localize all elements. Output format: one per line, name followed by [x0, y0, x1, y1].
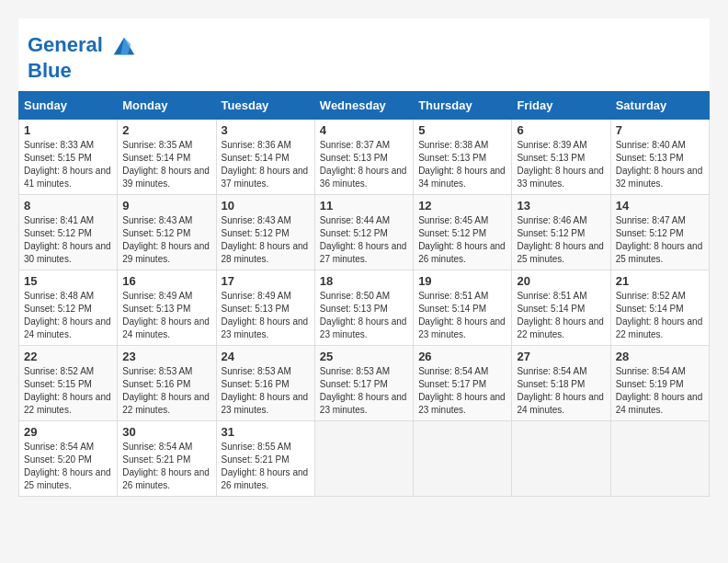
- calendar-container: General Blue SundayMondayTuesdayWednesda…: [18, 18, 710, 497]
- day-number: 2: [122, 123, 210, 137]
- day-info: Sunrise: 8:46 AMSunset: 5:12 PMDaylight:…: [517, 214, 605, 266]
- day-info: Sunrise: 8:39 AMSunset: 5:13 PMDaylight:…: [517, 139, 605, 190]
- day-number: 19: [418, 274, 506, 288]
- week-row-5: 29Sunrise: 8:54 AMSunset: 5:20 PMDayligh…: [19, 421, 710, 497]
- day-info: Sunrise: 8:54 AMSunset: 5:20 PMDaylight:…: [24, 441, 112, 492]
- day-cell: 13Sunrise: 8:46 AMSunset: 5:12 PMDayligh…: [512, 195, 610, 270]
- logo-text: General: [28, 32, 138, 60]
- day-info: Sunrise: 8:54 AMSunset: 5:18 PMDaylight:…: [517, 365, 605, 417]
- day-cell: 20Sunrise: 8:51 AMSunset: 5:14 PMDayligh…: [512, 270, 610, 346]
- day-info: Sunrise: 8:53 AMSunset: 5:17 PMDaylight:…: [320, 365, 408, 417]
- day-cell: 31Sunrise: 8:55 AMSunset: 5:21 PMDayligh…: [216, 421, 314, 497]
- day-info: Sunrise: 8:51 AMSunset: 5:14 PMDaylight:…: [418, 290, 506, 341]
- day-cell: 14Sunrise: 8:47 AMSunset: 5:12 PMDayligh…: [610, 195, 709, 270]
- day-number: 5: [418, 123, 506, 137]
- day-number: 28: [616, 350, 704, 363]
- weekday-sunday: Sunday: [19, 92, 118, 120]
- day-number: 30: [122, 425, 210, 439]
- day-cell: 27Sunrise: 8:54 AMSunset: 5:18 PMDayligh…: [512, 346, 610, 421]
- day-number: 21: [616, 274, 704, 288]
- day-number: 3: [222, 123, 310, 137]
- day-cell: [512, 421, 610, 497]
- day-number: 23: [122, 350, 210, 363]
- day-number: 22: [24, 350, 112, 363]
- day-info: Sunrise: 8:38 AMSunset: 5:13 PMDaylight:…: [418, 139, 506, 190]
- day-number: 26: [418, 350, 506, 363]
- day-info: Sunrise: 8:43 AMSunset: 5:12 PMDaylight:…: [222, 214, 310, 266]
- day-info: Sunrise: 8:53 AMSunset: 5:16 PMDaylight:…: [122, 365, 210, 417]
- day-info: Sunrise: 8:45 AMSunset: 5:12 PMDaylight:…: [418, 214, 506, 266]
- day-number: 13: [517, 199, 605, 213]
- day-cell: 28Sunrise: 8:54 AMSunset: 5:19 PMDayligh…: [610, 346, 709, 421]
- day-number: 24: [222, 350, 310, 363]
- day-number: 20: [517, 274, 605, 288]
- day-cell: 18Sunrise: 8:50 AMSunset: 5:13 PMDayligh…: [314, 270, 413, 346]
- week-row-3: 15Sunrise: 8:48 AMSunset: 5:12 PMDayligh…: [19, 270, 710, 346]
- day-cell: 2Sunrise: 8:35 AMSunset: 5:14 PMDaylight…: [118, 120, 216, 195]
- day-cell: 23Sunrise: 8:53 AMSunset: 5:16 PMDayligh…: [118, 346, 216, 421]
- day-number: 7: [616, 123, 704, 137]
- header: General Blue: [18, 18, 710, 91]
- day-cell: 25Sunrise: 8:53 AMSunset: 5:17 PMDayligh…: [314, 346, 413, 421]
- week-row-4: 22Sunrise: 8:52 AMSunset: 5:15 PMDayligh…: [19, 346, 710, 421]
- day-number: 27: [517, 350, 605, 363]
- day-cell: 12Sunrise: 8:45 AMSunset: 5:12 PMDayligh…: [414, 195, 512, 270]
- logo: General Blue: [28, 32, 138, 82]
- day-cell: 24Sunrise: 8:53 AMSunset: 5:16 PMDayligh…: [216, 346, 314, 421]
- day-info: Sunrise: 8:44 AMSunset: 5:12 PMDaylight:…: [320, 214, 408, 266]
- day-info: Sunrise: 8:49 AMSunset: 5:13 PMDaylight:…: [122, 290, 210, 341]
- day-cell: 21Sunrise: 8:52 AMSunset: 5:14 PMDayligh…: [610, 270, 709, 346]
- day-info: Sunrise: 8:47 AMSunset: 5:12 PMDaylight:…: [616, 214, 704, 266]
- day-cell: 3Sunrise: 8:36 AMSunset: 5:14 PMDaylight…: [216, 120, 314, 195]
- day-number: 12: [418, 199, 506, 213]
- weekday-thursday: Thursday: [414, 92, 512, 120]
- day-number: 17: [222, 274, 310, 288]
- day-info: Sunrise: 8:54 AMSunset: 5:21 PMDaylight:…: [122, 441, 210, 492]
- day-number: 29: [24, 425, 112, 439]
- day-cell: [414, 421, 512, 497]
- day-number: 10: [222, 199, 310, 213]
- day-info: Sunrise: 8:35 AMSunset: 5:14 PMDaylight:…: [122, 139, 210, 190]
- day-cell: [314, 421, 413, 497]
- day-number: 6: [517, 123, 605, 137]
- day-info: Sunrise: 8:43 AMSunset: 5:12 PMDaylight:…: [122, 214, 210, 266]
- weekday-wednesday: Wednesday: [314, 92, 413, 120]
- day-number: 14: [616, 199, 704, 213]
- day-info: Sunrise: 8:52 AMSunset: 5:15 PMDaylight:…: [24, 365, 112, 417]
- day-info: Sunrise: 8:37 AMSunset: 5:13 PMDaylight:…: [320, 139, 408, 190]
- day-cell: 6Sunrise: 8:39 AMSunset: 5:13 PMDaylight…: [512, 120, 610, 195]
- day-number: 1: [24, 123, 112, 137]
- day-number: 31: [222, 425, 310, 439]
- day-info: Sunrise: 8:55 AMSunset: 5:21 PMDaylight:…: [222, 441, 310, 492]
- day-cell: 5Sunrise: 8:38 AMSunset: 5:13 PMDaylight…: [414, 120, 512, 195]
- calendar-table: SundayMondayTuesdayWednesdayThursdayFrid…: [18, 91, 710, 497]
- day-info: Sunrise: 8:53 AMSunset: 5:16 PMDaylight:…: [222, 365, 310, 417]
- day-number: 25: [320, 350, 408, 363]
- day-cell: 10Sunrise: 8:43 AMSunset: 5:12 PMDayligh…: [216, 195, 314, 270]
- day-info: Sunrise: 8:36 AMSunset: 5:14 PMDaylight:…: [222, 139, 310, 190]
- day-cell: 1Sunrise: 8:33 AMSunset: 5:15 PMDaylight…: [19, 120, 118, 195]
- day-cell: 17Sunrise: 8:49 AMSunset: 5:13 PMDayligh…: [216, 270, 314, 346]
- day-cell: 4Sunrise: 8:37 AMSunset: 5:13 PMDaylight…: [314, 120, 413, 195]
- day-info: Sunrise: 8:54 AMSunset: 5:17 PMDaylight:…: [418, 365, 506, 417]
- day-number: 8: [24, 199, 112, 213]
- day-cell: 15Sunrise: 8:48 AMSunset: 5:12 PMDayligh…: [19, 270, 118, 346]
- week-row-1: 1Sunrise: 8:33 AMSunset: 5:15 PMDaylight…: [19, 120, 710, 195]
- day-info: Sunrise: 8:50 AMSunset: 5:13 PMDaylight:…: [320, 290, 408, 341]
- logo-icon: [110, 32, 138, 60]
- day-info: Sunrise: 8:51 AMSunset: 5:14 PMDaylight:…: [517, 290, 605, 341]
- day-number: 18: [320, 274, 408, 288]
- day-info: Sunrise: 8:41 AMSunset: 5:12 PMDaylight:…: [24, 214, 112, 266]
- day-number: 16: [122, 274, 210, 288]
- day-cell: 19Sunrise: 8:51 AMSunset: 5:14 PMDayligh…: [414, 270, 512, 346]
- day-cell: [610, 421, 709, 497]
- day-cell: 11Sunrise: 8:44 AMSunset: 5:12 PMDayligh…: [314, 195, 413, 270]
- weekday-friday: Friday: [512, 92, 610, 120]
- day-number: 15: [24, 274, 112, 288]
- weekday-saturday: Saturday: [610, 92, 709, 120]
- day-cell: 22Sunrise: 8:52 AMSunset: 5:15 PMDayligh…: [19, 346, 118, 421]
- day-info: Sunrise: 8:49 AMSunset: 5:13 PMDaylight:…: [222, 290, 310, 341]
- day-number: 9: [122, 199, 210, 213]
- week-row-2: 8Sunrise: 8:41 AMSunset: 5:12 PMDaylight…: [19, 195, 710, 270]
- day-number: 4: [320, 123, 408, 137]
